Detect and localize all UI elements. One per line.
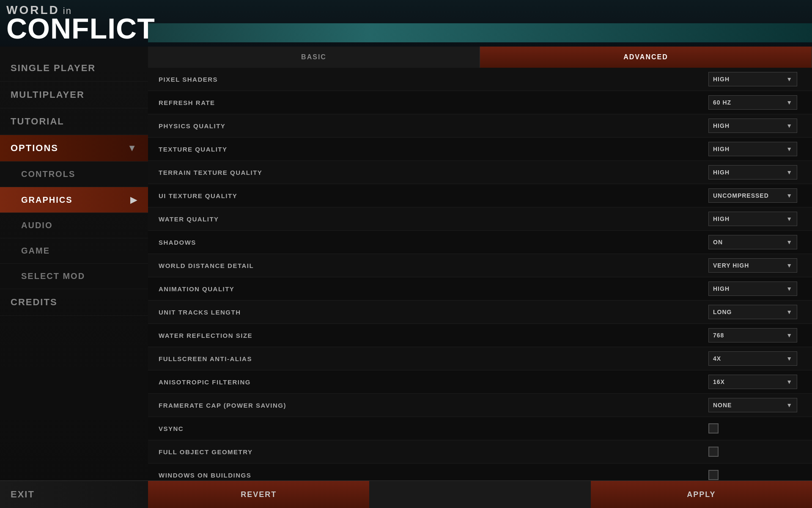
tab-advanced[interactable]: ADVANCED xyxy=(480,47,812,68)
setting-control-pixel-shaders[interactable]: HIGH▼ xyxy=(708,72,801,86)
setting-label-water-quality: WATER QUALITY xyxy=(159,215,708,223)
setting-label-physics-quality: PHYSICS QUALITY xyxy=(159,122,708,130)
checkbox-full-object-geometry[interactable] xyxy=(708,447,719,457)
setting-label-vsync: VSYNC xyxy=(159,425,708,432)
setting-control-ui-texture-quality[interactable]: UNCOMPRESSED▼ xyxy=(708,188,801,203)
sidebar-item-options[interactable]: OPTIONS ▼ xyxy=(0,135,148,162)
setting-row-refresh-rate: REFRESH RATE60 Hz▼ xyxy=(148,91,812,114)
setting-control-fullscreen-anti-alias[interactable]: 4X▼ xyxy=(708,351,801,366)
setting-control-anisotropic-filtering[interactable]: 16X▼ xyxy=(708,375,801,389)
setting-label-pixel-shaders: PIXEL SHADERS xyxy=(159,76,708,83)
dropdown-animation-quality[interactable]: HIGH▼ xyxy=(708,282,797,296)
apply-button[interactable]: APPLY xyxy=(591,481,812,508)
setting-label-shadows: SHADOWS xyxy=(159,239,708,246)
dropdown-refresh-rate[interactable]: 60 Hz▼ xyxy=(708,95,797,110)
sidebar-item-controls[interactable]: CONTROLS xyxy=(0,162,148,187)
sidebar-item-single-player[interactable]: SINGLE PLAYER xyxy=(0,55,148,82)
setting-row-animation-quality: ANIMATION QUALITYHIGH▼ xyxy=(148,277,812,301)
dropdown-arrow-icon: ▼ xyxy=(786,332,793,339)
dropdown-unit-tracks-length[interactable]: LONG▼ xyxy=(708,305,797,319)
dropdown-world-distance-detail[interactable]: VERY HIGH▼ xyxy=(708,258,797,273)
setting-label-fullscreen-anti-alias: FULLSCREEN ANTI-ALIAS xyxy=(159,355,708,362)
dropdown-arrow-icon: ▼ xyxy=(786,76,793,83)
checkbox-vsync[interactable] xyxy=(708,423,719,433)
dropdown-pixel-shaders[interactable]: HIGH▼ xyxy=(708,72,797,86)
sidebar: SINGLE PLAYER MULTIPLAYER TUTORIAL OPTIO… xyxy=(0,47,148,508)
setting-control-terrain-texture-quality[interactable]: HIGH▼ xyxy=(708,165,801,179)
dropdown-arrow-icon: ▼ xyxy=(786,99,793,106)
setting-label-full-object-geometry: FULL OBJECT GEOMETRY xyxy=(159,448,708,456)
middle-spacer xyxy=(369,481,590,508)
checkbox-windows-on-buildings[interactable] xyxy=(708,470,719,480)
dropdown-arrow-icon: ▼ xyxy=(786,378,793,385)
setting-row-framerate-cap: FRAMERATE CAP (POWER SAVING)NONE▼ xyxy=(148,394,812,417)
setting-control-texture-quality[interactable]: HIGH▼ xyxy=(708,142,801,156)
dropdown-water-reflection-size[interactable]: 768▼ xyxy=(708,328,797,342)
graphics-chevron-icon: ▶ xyxy=(130,195,137,205)
setting-control-physics-quality[interactable]: HIGH▼ xyxy=(708,119,801,133)
dropdown-framerate-cap[interactable]: NONE▼ xyxy=(708,398,797,412)
setting-control-world-distance-detail[interactable]: VERY HIGH▼ xyxy=(708,258,801,273)
setting-row-water-quality: WATER QUALITYHIGH▼ xyxy=(148,207,812,231)
setting-row-windows-on-buildings: WINDOWS ON BUILDINGS xyxy=(148,464,812,480)
setting-row-pixel-shaders: PIXEL SHADERSHIGH▼ xyxy=(148,68,812,91)
setting-row-physics-quality: PHYSICS QUALITYHIGH▼ xyxy=(148,114,812,138)
setting-control-water-quality[interactable]: HIGH▼ xyxy=(708,212,801,226)
setting-control-shadows[interactable]: ON▼ xyxy=(708,235,801,249)
setting-label-anisotropic-filtering: ANISOTROPIC FILTERING xyxy=(159,378,708,386)
logo-conflict: CONFLICT xyxy=(6,17,125,41)
main-container: SINGLE PLAYER MULTIPLAYER TUTORIAL OPTIO… xyxy=(0,47,812,508)
sidebar-item-audio[interactable]: AUDIO xyxy=(0,213,148,238)
sidebar-item-multiplayer[interactable]: MULTIPLAYER xyxy=(0,82,148,108)
setting-row-water-reflection-size: WATER REFLECTION SIZE768▼ xyxy=(148,324,812,347)
dropdown-texture-quality[interactable]: HIGH▼ xyxy=(708,142,797,156)
setting-label-windows-on-buildings: WINDOWS ON BUILDINGS xyxy=(159,472,708,479)
sidebar-item-credits[interactable]: CREDITS xyxy=(0,289,148,316)
sidebar-item-game[interactable]: GAME xyxy=(0,238,148,264)
dropdown-arrow-icon: ▼ xyxy=(786,262,793,269)
setting-control-animation-quality[interactable]: HIGH▼ xyxy=(708,282,801,296)
setting-row-shadows: SHADOWSON▼ xyxy=(148,231,812,254)
bottom-bar: REVERT APPLY xyxy=(148,480,812,508)
dropdown-arrow-icon: ▼ xyxy=(786,309,793,315)
dropdown-anisotropic-filtering[interactable]: 16X▼ xyxy=(708,375,797,389)
dropdown-terrain-texture-quality[interactable]: HIGH▼ xyxy=(708,165,797,179)
dropdown-arrow-icon: ▼ xyxy=(786,285,793,292)
dropdown-water-quality[interactable]: HIGH▼ xyxy=(708,212,797,226)
setting-label-framerate-cap: FRAMERATE CAP (POWER SAVING) xyxy=(159,402,708,409)
setting-row-unit-tracks-length: UNIT TRACKS LENGTHLONG▼ xyxy=(148,301,812,324)
dropdown-arrow-icon: ▼ xyxy=(786,355,793,362)
setting-control-framerate-cap[interactable]: NONE▼ xyxy=(708,398,801,412)
setting-row-terrain-texture-quality: TERRAIN TEXTURE QUALITYHIGH▼ xyxy=(148,161,812,184)
tab-basic[interactable]: BASIC xyxy=(148,47,480,68)
dropdown-physics-quality[interactable]: HIGH▼ xyxy=(708,119,797,133)
setting-control-full-object-geometry[interactable] xyxy=(708,447,801,457)
sidebar-item-graphics[interactable]: GRAPHICS ▶ xyxy=(0,187,148,213)
options-chevron-icon: ▼ xyxy=(127,143,137,154)
setting-label-water-reflection-size: WATER REFLECTION SIZE xyxy=(159,332,708,339)
setting-control-refresh-rate[interactable]: 60 Hz▼ xyxy=(708,95,801,110)
setting-control-vsync[interactable] xyxy=(708,423,801,433)
setting-row-texture-quality: TEXTURE QUALITYHIGH▼ xyxy=(148,138,812,161)
setting-label-world-distance-detail: WORLD DISTANCE DETAIL xyxy=(159,262,708,269)
exit-button[interactable]: EXIT xyxy=(0,480,148,508)
logo: WORLD in CONFLICT xyxy=(6,4,125,42)
teal-bar xyxy=(148,23,812,42)
dropdown-arrow-icon: ▼ xyxy=(786,122,793,129)
setting-control-windows-on-buildings[interactable] xyxy=(708,470,801,480)
dropdown-ui-texture-quality[interactable]: UNCOMPRESSED▼ xyxy=(708,188,797,203)
setting-control-water-reflection-size[interactable]: 768▼ xyxy=(708,328,801,342)
dropdown-arrow-icon: ▼ xyxy=(786,402,793,409)
revert-button[interactable]: REVERT xyxy=(148,481,369,508)
setting-row-vsync: VSYNC xyxy=(148,417,812,440)
setting-row-anisotropic-filtering: ANISOTROPIC FILTERING16X▼ xyxy=(148,370,812,394)
setting-control-unit-tracks-length[interactable]: LONG▼ xyxy=(708,305,801,319)
dropdown-arrow-icon: ▼ xyxy=(786,146,793,152)
settings-list[interactable]: PIXEL SHADERSHIGH▼REFRESH RATE60 Hz▼PHYS… xyxy=(148,68,812,480)
tabs: BASIC ADVANCED xyxy=(148,47,812,68)
sidebar-item-select-mod[interactable]: SELECT MOD xyxy=(0,264,148,289)
dropdown-fullscreen-anti-alias[interactable]: 4X▼ xyxy=(708,351,797,366)
dropdown-shadows[interactable]: ON▼ xyxy=(708,235,797,249)
sidebar-item-tutorial[interactable]: TUTORIAL xyxy=(0,108,148,135)
setting-label-ui-texture-quality: UI TEXTURE QUALITY xyxy=(159,192,708,199)
